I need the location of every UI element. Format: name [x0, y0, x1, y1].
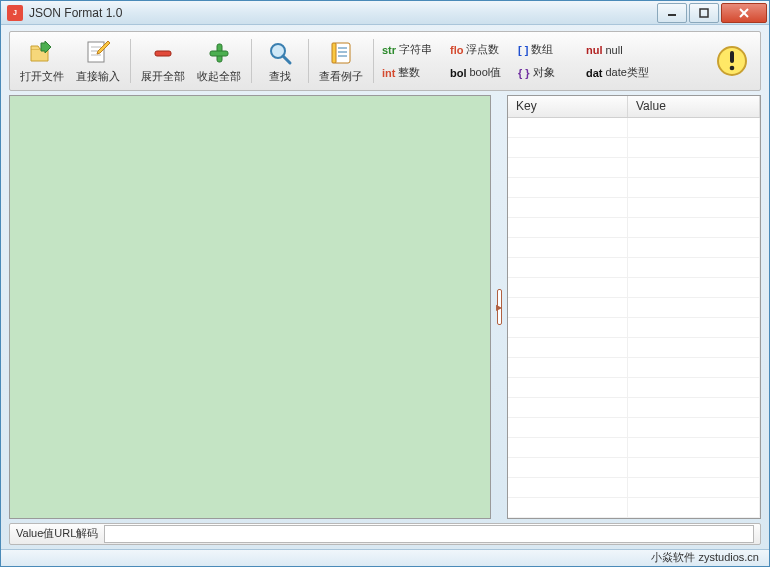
direct-input-label: 直接输入 [76, 69, 120, 84]
collapse-all-button[interactable]: 收起全部 [191, 34, 247, 88]
statusbar: 小焱软件 zystudios.cn [1, 549, 769, 566]
toolbar: 打开文件 直接输入 展开全部 [9, 31, 761, 91]
expand-all-button[interactable]: 展开全部 [135, 34, 191, 88]
legend-str: str字符串 [382, 42, 436, 57]
notebook-icon [327, 39, 355, 67]
find-label: 查找 [269, 69, 291, 84]
legend-dat: datdate类型 [586, 65, 649, 80]
minimize-button[interactable] [657, 3, 687, 23]
table-row[interactable] [508, 218, 760, 238]
table-row[interactable] [508, 118, 760, 138]
table-row[interactable] [508, 178, 760, 198]
table-row[interactable] [508, 338, 760, 358]
url-decode-label: Value值URL解码 [16, 526, 98, 541]
toolbar-separator [130, 39, 131, 83]
app-window: J JSON Format 1.0 打开文件 [0, 0, 770, 567]
svg-line-12 [283, 56, 290, 63]
table-row[interactable] [508, 298, 760, 318]
svg-rect-19 [730, 51, 734, 63]
table-row[interactable] [508, 378, 760, 398]
table-row[interactable] [508, 238, 760, 258]
svg-rect-1 [700, 9, 708, 17]
grid-header-value[interactable]: Value [628, 96, 760, 117]
view-example-label: 查看例子 [319, 69, 363, 84]
app-icon: J [7, 5, 23, 21]
search-icon [266, 39, 294, 67]
legend-nul: nulnull [586, 42, 640, 57]
table-row[interactable] [508, 458, 760, 478]
window-title: JSON Format 1.0 [27, 6, 655, 20]
grid-header-key[interactable]: Key [508, 96, 628, 117]
url-decode-bar: Value值URL解码 [9, 523, 761, 544]
toolbar-separator [308, 39, 309, 83]
table-row[interactable] [508, 318, 760, 338]
table-row[interactable] [508, 158, 760, 178]
direct-input-button[interactable]: 直接输入 [70, 34, 126, 88]
json-tree-pane[interactable] [9, 95, 491, 519]
svg-point-20 [730, 66, 735, 71]
url-decode-input[interactable] [104, 525, 754, 543]
legend-obj: { }对象 [518, 65, 572, 80]
open-file-label: 打开文件 [20, 69, 64, 84]
status-text: 小焱软件 zystudios.cn [651, 550, 759, 565]
find-button[interactable]: 查找 [256, 34, 304, 88]
close-button[interactable] [721, 3, 767, 23]
open-file-button[interactable]: 打开文件 [14, 34, 70, 88]
folder-open-icon [28, 39, 56, 67]
table-row[interactable] [508, 398, 760, 418]
legend-int: int整数 [382, 65, 436, 80]
table-row[interactable] [508, 258, 760, 278]
grid-body [508, 118, 760, 518]
key-value-grid[interactable]: Key Value [507, 95, 761, 519]
svg-rect-10 [210, 51, 228, 56]
table-row[interactable] [508, 278, 760, 298]
titlebar[interactable]: J JSON Format 1.0 [1, 1, 769, 25]
minus-icon [149, 39, 177, 67]
svg-rect-14 [332, 43, 336, 63]
window-controls [655, 3, 767, 23]
table-row[interactable] [508, 478, 760, 498]
collapse-all-label: 收起全部 [197, 69, 241, 84]
toolbar-separator [251, 39, 252, 83]
edit-document-icon [84, 39, 112, 67]
alert-button[interactable] [714, 43, 750, 79]
legend-flo: flo浮点数 [450, 42, 504, 57]
expand-all-label: 展开全部 [141, 69, 185, 84]
table-row[interactable] [508, 138, 760, 158]
legend-arr: [ ]数组 [518, 42, 572, 57]
legend-bol: bolbool值 [450, 65, 504, 80]
table-row[interactable] [508, 498, 760, 518]
table-row[interactable] [508, 198, 760, 218]
plus-icon [205, 39, 233, 67]
splitter[interactable]: ▶ [495, 95, 503, 519]
grid-header: Key Value [508, 96, 760, 118]
table-row[interactable] [508, 438, 760, 458]
table-row[interactable] [508, 358, 760, 378]
toolbar-separator [373, 39, 374, 83]
content-area: ▶ Key Value [9, 95, 761, 519]
svg-rect-8 [155, 51, 171, 56]
type-legend: str字符串 flo浮点数 [ ]数组 nulnull int整数 bolboo… [378, 34, 653, 88]
splitter-handle-icon: ▶ [497, 289, 502, 325]
view-example-button[interactable]: 查看例子 [313, 34, 369, 88]
table-row[interactable] [508, 418, 760, 438]
maximize-button[interactable] [689, 3, 719, 23]
